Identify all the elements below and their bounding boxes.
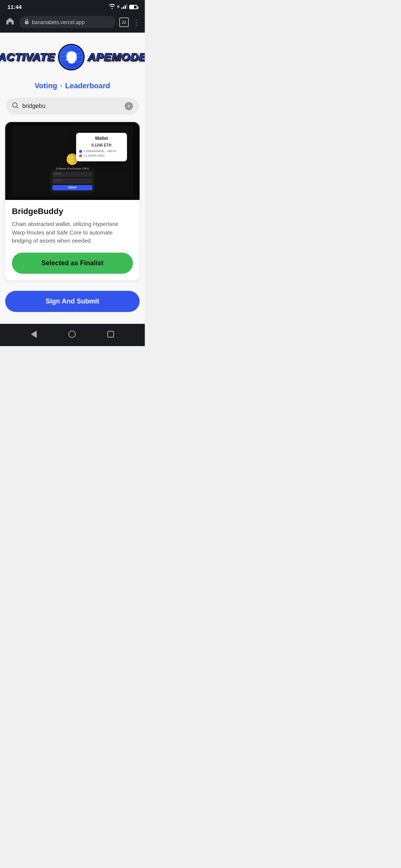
back-button[interactable]	[29, 328, 39, 340]
nav-separator: ·	[60, 82, 62, 90]
finalist-button[interactable]: Selected as Finalist	[12, 253, 133, 274]
token2-amount: 11.01004 USDC	[84, 154, 105, 157]
url-text: bananabets.vercel.app	[32, 19, 85, 25]
dex-screenshot: 🪙 A Base Exclusive DEX WETH USDC SWAP Wa…	[12, 126, 133, 196]
leaderboard-link[interactable]: Leaderboard	[65, 82, 110, 90]
token-dot-2	[79, 154, 82, 157]
project-description: Chain abstracted wallet, utilizing Hyper…	[12, 220, 133, 245]
wallet-eth-amount: 0.1245 ETH	[79, 143, 124, 147]
svg-rect-2	[125, 5, 126, 9]
search-input[interactable]	[22, 103, 121, 109]
recents-button[interactable]	[105, 329, 116, 340]
search-icon	[12, 102, 19, 110]
wallet-token-row-1: 0.05000000000... WETH	[79, 149, 124, 153]
wallet-popup: Wallet 0.1245 ETH 0.05000000000... WETH …	[76, 133, 127, 161]
back-triangle-icon	[31, 331, 37, 338]
swap-field-1: WETH	[52, 172, 92, 177]
status-bar: 11:44 R	[0, 0, 145, 13]
logo-text-left: ACTIVATE	[0, 51, 55, 63]
wallet-header: Wallet	[79, 136, 124, 141]
bottom-cta: Sign And Submit	[0, 286, 145, 316]
page-content: ACTIVATE 💀 APEMODE Voting · Leaderboard	[0, 33, 145, 324]
svg-point-6	[13, 103, 17, 107]
r-signal-label: R	[117, 5, 120, 9]
browser-bar: bananabets.vercel.app 22 ⋮	[0, 13, 145, 33]
home-circle-icon	[68, 331, 76, 338]
tabs-button[interactable]: 22	[119, 17, 129, 27]
svg-line-7	[17, 107, 18, 108]
wifi-icon	[109, 4, 115, 10]
voting-link[interactable]: Voting	[35, 82, 57, 90]
svg-rect-0	[121, 7, 123, 9]
skull-emoji: 💀	[65, 51, 78, 64]
svg-rect-4	[25, 21, 29, 24]
token1-amount: 0.05000000000... WETH	[84, 149, 116, 153]
search-bar: ×	[6, 98, 139, 115]
svg-rect-3	[127, 4, 128, 9]
dex-swap-box: WETH USDC SWAP	[50, 170, 95, 193]
swap-button[interactable]: SWAP	[52, 185, 92, 190]
android-nav	[0, 324, 145, 346]
card-container: 🪙 A Base Exclusive DEX WETH USDC SWAP Wa…	[0, 122, 145, 286]
logo-skull: 💀	[58, 44, 85, 70]
token-dot-1	[79, 150, 82, 153]
logo-section: ACTIVATE 💀 APEMODE	[0, 33, 145, 78]
swap-field-2: USDC	[52, 178, 92, 184]
card-image: 🪙 A Base Exclusive DEX WETH USDC SWAP Wa…	[5, 122, 140, 200]
logo-text-right: APEMODE	[88, 51, 145, 63]
project-card: 🪙 A Base Exclusive DEX WETH USDC SWAP Wa…	[5, 122, 140, 280]
svg-rect-1	[123, 6, 124, 9]
nav-links: Voting · Leaderboard	[0, 78, 145, 98]
status-time: 11:44	[7, 4, 22, 10]
sign-submit-button[interactable]: Sign And Submit	[5, 291, 140, 312]
card-body: BridgeBuddy Chain abstracted wallet, uti…	[5, 200, 140, 280]
project-name: BridgeBuddy	[12, 207, 133, 216]
lock-icon	[25, 19, 29, 25]
search-container: ×	[0, 98, 145, 122]
wallet-token-row-2: 11.01004 USDC	[79, 154, 124, 157]
battery-icon	[129, 5, 137, 9]
url-bar[interactable]: bananabets.vercel.app	[19, 16, 115, 28]
home-nav-button[interactable]	[66, 328, 78, 340]
search-clear-button[interactable]: ×	[125, 102, 133, 110]
recents-square-icon	[107, 331, 114, 338]
browser-menu-button[interactable]: ⋮	[133, 18, 140, 27]
status-icons: R	[109, 4, 138, 10]
signal-icon	[121, 4, 127, 10]
home-button[interactable]	[4, 16, 16, 28]
